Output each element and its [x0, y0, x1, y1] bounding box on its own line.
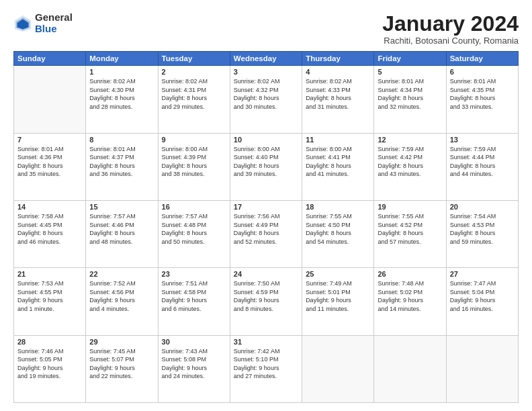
table-row — [14, 66, 86, 133]
table-row: 21Sunrise: 7:53 AM Sunset: 4:55 PM Dayli… — [14, 268, 86, 335]
table-row: 17Sunrise: 7:56 AM Sunset: 4:49 PM Dayli… — [230, 200, 302, 267]
day-detail: Sunrise: 7:55 AM Sunset: 4:50 PM Dayligh… — [306, 212, 370, 246]
day-detail: Sunrise: 7:57 AM Sunset: 4:48 PM Dayligh… — [162, 212, 226, 246]
day-number: 2 — [162, 68, 226, 76]
calendar-week-row: 28Sunrise: 7:46 AM Sunset: 5:05 PM Dayli… — [14, 335, 519, 402]
day-number: 11 — [306, 136, 370, 144]
day-detail: Sunrise: 8:02 AM Sunset: 4:32 PM Dayligh… — [234, 77, 298, 111]
table-row: 30Sunrise: 7:43 AM Sunset: 5:08 PM Dayli… — [158, 335, 230, 402]
day-number: 10 — [234, 136, 298, 144]
table-row: 11Sunrise: 8:00 AM Sunset: 4:41 PM Dayli… — [302, 133, 374, 200]
day-detail: Sunrise: 8:01 AM Sunset: 4:35 PM Dayligh… — [450, 77, 515, 111]
day-detail: Sunrise: 7:55 AM Sunset: 4:52 PM Dayligh… — [378, 212, 442, 246]
day-number: 24 — [234, 270, 298, 278]
table-row: 29Sunrise: 7:45 AM Sunset: 5:07 PM Dayli… — [86, 335, 158, 402]
table-row: 2Sunrise: 8:02 AM Sunset: 4:31 PM Daylig… — [158, 66, 230, 133]
calendar-week-row: 14Sunrise: 7:58 AM Sunset: 4:45 PM Dayli… — [14, 200, 519, 267]
table-row: 5Sunrise: 8:01 AM Sunset: 4:34 PM Daylig… — [374, 66, 446, 133]
table-row: 24Sunrise: 7:50 AM Sunset: 4:59 PM Dayli… — [230, 268, 302, 335]
day-detail: Sunrise: 8:01 AM Sunset: 4:36 PM Dayligh… — [17, 145, 82, 179]
table-row: 16Sunrise: 7:57 AM Sunset: 4:48 PM Dayli… — [158, 200, 230, 267]
day-number: 18 — [306, 203, 370, 211]
table-row: 7Sunrise: 8:01 AM Sunset: 4:36 PM Daylig… — [14, 133, 86, 200]
day-detail: Sunrise: 8:00 AM Sunset: 4:41 PM Dayligh… — [306, 145, 370, 179]
day-detail: Sunrise: 8:02 AM Sunset: 4:33 PM Dayligh… — [306, 77, 370, 111]
calendar-header-row: Sunday Monday Tuesday Wednesday Thursday… — [14, 52, 519, 66]
logo-text: General Blue — [35, 12, 73, 34]
day-number: 27 — [450, 270, 515, 278]
table-row — [302, 335, 374, 402]
day-number: 16 — [162, 203, 226, 211]
day-number: 21 — [17, 270, 82, 278]
header-tuesday: Tuesday — [158, 52, 230, 66]
header-monday: Monday — [86, 52, 158, 66]
day-number: 19 — [378, 203, 442, 211]
table-row — [446, 335, 518, 402]
day-detail: Sunrise: 7:49 AM Sunset: 5:01 PM Dayligh… — [306, 279, 370, 313]
day-number: 29 — [89, 338, 154, 346]
day-number: 14 — [17, 203, 82, 211]
day-detail: Sunrise: 7:59 AM Sunset: 4:44 PM Dayligh… — [450, 145, 515, 179]
table-row: 19Sunrise: 7:55 AM Sunset: 4:52 PM Dayli… — [374, 200, 446, 267]
table-row: 26Sunrise: 7:48 AM Sunset: 5:02 PM Dayli… — [374, 268, 446, 335]
day-number: 3 — [234, 68, 298, 76]
day-number: 20 — [450, 203, 515, 211]
table-row: 3Sunrise: 8:02 AM Sunset: 4:32 PM Daylig… — [230, 66, 302, 133]
day-detail: Sunrise: 8:00 AM Sunset: 4:39 PM Dayligh… — [162, 145, 226, 179]
table-row: 28Sunrise: 7:46 AM Sunset: 5:05 PM Dayli… — [14, 335, 86, 402]
logo-blue: Blue — [35, 24, 73, 35]
calendar-table: Sunday Monday Tuesday Wednesday Thursday… — [13, 51, 519, 403]
day-number: 25 — [306, 270, 370, 278]
logo-general: General — [35, 12, 73, 24]
header-wednesday: Wednesday — [230, 52, 302, 66]
day-detail: Sunrise: 7:58 AM Sunset: 4:45 PM Dayligh… — [17, 212, 82, 246]
day-detail: Sunrise: 7:42 AM Sunset: 5:10 PM Dayligh… — [234, 347, 298, 381]
table-row: 8Sunrise: 8:01 AM Sunset: 4:37 PM Daylig… — [86, 133, 158, 200]
title-block: January 2024 Rachiti, Botosani County, R… — [382, 12, 519, 46]
day-detail: Sunrise: 7:52 AM Sunset: 4:56 PM Dayligh… — [89, 279, 154, 313]
day-number: 28 — [17, 338, 82, 346]
table-row: 15Sunrise: 7:57 AM Sunset: 4:46 PM Dayli… — [86, 200, 158, 267]
day-detail: Sunrise: 8:01 AM Sunset: 4:37 PM Dayligh… — [89, 145, 154, 179]
header-sunday: Sunday — [14, 52, 86, 66]
day-detail: Sunrise: 7:48 AM Sunset: 5:02 PM Dayligh… — [378, 279, 442, 313]
day-number: 26 — [378, 270, 442, 278]
calendar-week-row: 7Sunrise: 8:01 AM Sunset: 4:36 PM Daylig… — [14, 133, 519, 200]
header-saturday: Saturday — [446, 52, 518, 66]
table-row: 10Sunrise: 8:00 AM Sunset: 4:40 PM Dayli… — [230, 133, 302, 200]
day-detail: Sunrise: 7:57 AM Sunset: 4:46 PM Dayligh… — [89, 212, 154, 246]
calendar-week-row: 1Sunrise: 8:02 AM Sunset: 4:30 PM Daylig… — [14, 66, 519, 133]
day-number: 6 — [450, 68, 515, 76]
logo: General Blue — [13, 12, 73, 34]
day-number: 1 — [89, 68, 154, 76]
day-detail: Sunrise: 7:54 AM Sunset: 4:53 PM Dayligh… — [450, 212, 515, 246]
day-detail: Sunrise: 8:02 AM Sunset: 4:30 PM Dayligh… — [89, 77, 154, 111]
day-detail: Sunrise: 7:43 AM Sunset: 5:08 PM Dayligh… — [162, 347, 226, 381]
day-detail: Sunrise: 8:01 AM Sunset: 4:34 PM Dayligh… — [378, 77, 442, 111]
table-row: 12Sunrise: 7:59 AM Sunset: 4:42 PM Dayli… — [374, 133, 446, 200]
day-number: 4 — [306, 68, 370, 76]
day-number: 15 — [89, 203, 154, 211]
header: General Blue January 2024 Rachiti, Botos… — [13, 12, 519, 46]
day-detail: Sunrise: 7:47 AM Sunset: 5:04 PM Dayligh… — [450, 279, 515, 313]
table-row: 27Sunrise: 7:47 AM Sunset: 5:04 PM Dayli… — [446, 268, 518, 335]
day-detail: Sunrise: 7:56 AM Sunset: 4:49 PM Dayligh… — [234, 212, 298, 246]
table-row: 23Sunrise: 7:51 AM Sunset: 4:58 PM Dayli… — [158, 268, 230, 335]
table-row: 13Sunrise: 7:59 AM Sunset: 4:44 PM Dayli… — [446, 133, 518, 200]
logo-icon — [13, 14, 32, 33]
day-detail: Sunrise: 7:51 AM Sunset: 4:58 PM Dayligh… — [162, 279, 226, 313]
day-number: 22 — [89, 270, 154, 278]
header-friday: Friday — [374, 52, 446, 66]
table-row: 31Sunrise: 7:42 AM Sunset: 5:10 PM Dayli… — [230, 335, 302, 402]
day-number: 13 — [450, 136, 515, 144]
table-row: 4Sunrise: 8:02 AM Sunset: 4:33 PM Daylig… — [302, 66, 374, 133]
day-detail: Sunrise: 7:50 AM Sunset: 4:59 PM Dayligh… — [234, 279, 298, 313]
day-detail: Sunrise: 7:46 AM Sunset: 5:05 PM Dayligh… — [17, 347, 82, 381]
day-number: 17 — [234, 203, 298, 211]
day-number: 30 — [162, 338, 226, 346]
day-number: 31 — [234, 338, 298, 346]
table-row: 14Sunrise: 7:58 AM Sunset: 4:45 PM Dayli… — [14, 200, 86, 267]
header-thursday: Thursday — [302, 52, 374, 66]
day-number: 5 — [378, 68, 442, 76]
table-row: 1Sunrise: 8:02 AM Sunset: 4:30 PM Daylig… — [86, 66, 158, 133]
